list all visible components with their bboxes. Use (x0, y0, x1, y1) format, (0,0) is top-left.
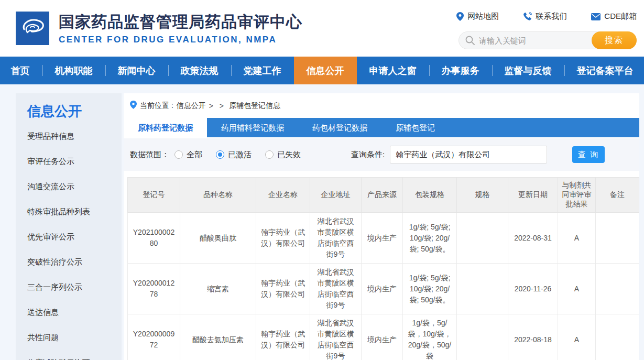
nav-item-applicant[interactable]: 申请人之窗 (357, 57, 429, 84)
cell-variety-name: 醋酸去氨加压素 (180, 314, 256, 360)
col-header-variety-name: 品种名称 (180, 178, 256, 213)
sidebar-item-clinical-trial-license[interactable]: 临床试验默示许可 (16, 350, 122, 360)
breadcrumb-section[interactable]: 信息公开 (177, 101, 206, 111)
brand-text: 国家药品监督管理局药品审评中心 CENTER FOR DRUG EVALUATI… (59, 12, 302, 45)
tab-excipient-registration-data[interactable]: 药用辅料登记数据 (207, 118, 298, 137)
cell-company-address: 湖北省武汉市黄陂区横店街临空西街9号 (310, 213, 362, 264)
radio-circle (174, 150, 183, 159)
sidebar-item-accepted-varieties[interactable]: 受理品种信息 (16, 124, 122, 149)
cell-remarks (596, 264, 639, 314)
search-input[interactable] (475, 36, 592, 45)
cell-spec (457, 264, 508, 314)
cde-logo-emblem-icon (19, 16, 46, 41)
col-header-joint-review-result: 与制剂共同审评审批结果 (558, 178, 596, 213)
quick-link-label: CDE邮箱 (604, 12, 637, 21)
search-icon (465, 36, 475, 45)
sidebar-item-delivery-info[interactable]: 送达信息 (16, 300, 122, 325)
cell-packaging-spec: 1g/袋; 5g/袋; 10g/袋; 20g/袋; 50g/袋。 (403, 264, 457, 314)
col-header-company-address: 企业地址 (310, 178, 362, 213)
cell-update-date: 2020-11-26 (508, 264, 558, 314)
nav-item-functions[interactable]: 机构职能 (42, 57, 105, 84)
table-header-row: 登记号 品种名称 企业名称 企业地址 产品来源 包装规格 规格 更新日期 与制剂… (128, 178, 639, 213)
breadcrumb-separator: > > (209, 102, 226, 110)
sidebar-item-communication[interactable]: 沟通交流公示 (16, 174, 122, 199)
col-header-update-date: 更新日期 (508, 178, 558, 213)
quick-link-sitemap[interactable]: 网站地图 (456, 12, 499, 21)
cell-spec (457, 213, 508, 264)
quick-links: 网站地图 联系我们 CDE邮箱 (456, 12, 637, 21)
sidebar-item-common-issues[interactable]: 共性问题 (16, 325, 122, 350)
col-header-remarks: 备注 (596, 178, 639, 213)
registration-table: 登记号 品种名称 企业名称 企业地址 产品来源 包装规格 规格 更新日期 与制剂… (127, 177, 639, 360)
nav-item-party[interactable]: 党建工作 (231, 57, 294, 84)
sidebar-item-review-tasks[interactable]: 审评任务公示 (16, 149, 122, 174)
radio-label: 已激活 (228, 150, 252, 160)
sidebar-item-three-in-one[interactable]: 三合一序列公示 (16, 275, 122, 300)
table-row: Y20210000280 醋酸奥曲肽 翰宇药业（武汉）有限公司 湖北省武汉市黄陂… (128, 213, 639, 264)
cell-registration-no: Y20210000280 (128, 213, 180, 264)
query-button[interactable]: 查 询 (572, 146, 605, 163)
tabbar: 原料药登记数据 药用辅料登记数据 药包材登记数据 原辅包登记 (124, 118, 639, 137)
cell-product-source: 境内生产 (362, 213, 403, 264)
radio-option-activated[interactable]: 已激活 (216, 150, 252, 160)
col-header-product-source: 产品来源 (362, 178, 403, 213)
cell-joint-review-result: A (558, 213, 596, 264)
data-scope-label: 数据范围： (130, 150, 169, 160)
quick-link-label: 网站地图 (467, 12, 499, 21)
query-condition-label: 查询条件: (351, 150, 385, 160)
radio-label: 已失效 (277, 150, 301, 160)
cell-joint-review-result: A (558, 314, 596, 360)
col-header-packaging-spec: 包装规格 (403, 178, 457, 213)
nav-item-home[interactable]: 首页 (0, 57, 42, 84)
radio-circle (216, 150, 224, 159)
sidebar-item-special-approval[interactable]: 特殊审批品种列表 (16, 199, 122, 224)
cell-packaging-spec: 1g/袋，5g/袋，10g/袋，20g/袋，50g/袋 (403, 314, 457, 360)
nav-item-policy[interactable]: 政策法规 (168, 57, 231, 84)
nav-item-registration-platform[interactable]: 登记备案平台 (564, 57, 644, 84)
cell-company-name: 翰宇药业（武汉）有限公司 (256, 264, 310, 314)
cell-registration-no: Y20200000972 (128, 314, 180, 360)
radio-option-expired[interactable]: 已失效 (265, 150, 301, 160)
site-title: 国家药品监督管理局药品审评中心 (59, 12, 302, 32)
sidebar-item-priority-review[interactable]: 优先审评公示 (16, 224, 122, 249)
cell-remarks (596, 314, 639, 360)
cde-logo (16, 12, 49, 45)
cell-company-name: 翰宇药业（武汉）有限公司 (256, 213, 310, 264)
cell-registration-no: Y20200001278 (128, 264, 180, 314)
nav-item-news[interactable]: 新闻中心 (105, 57, 168, 84)
nav-item-services[interactable]: 办事服务 (429, 57, 492, 84)
cell-update-date: 2022-08-18 (508, 314, 558, 360)
search-button[interactable]: 搜索 (592, 31, 637, 49)
breadcrumb: 当前位置 : 信息公开 > > 原辅包登记信息 (124, 93, 639, 118)
col-header-registration-no: 登记号 (128, 178, 180, 213)
col-header-company-name: 企业名称 (256, 178, 310, 213)
tab-api-registration-data[interactable]: 原料药登记数据 (124, 118, 207, 137)
sidebar-item-breakthrough-therapy[interactable]: 突破性治疗公示 (16, 249, 122, 275)
filter-panel: 数据范围： 全部 已激活 已失效 查询条件: 查 询 (124, 138, 639, 171)
quick-link-contact[interactable]: 联系我们 (523, 12, 567, 21)
breadcrumb-pin-icon (130, 101, 137, 111)
quick-link-mail[interactable]: CDE邮箱 (591, 12, 637, 21)
query-condition-input[interactable] (390, 146, 547, 163)
breadcrumb-label: 当前位置 : (140, 101, 173, 111)
cell-variety-name: 醋酸奥曲肽 (180, 213, 256, 264)
cell-update-date: 2022-08-31 (508, 213, 558, 264)
site-subtitle: CENTER FOR DRUG EVALUATION, NMPA (59, 35, 302, 45)
nav-item-info-disclosure[interactable]: 信息公开 (294, 57, 357, 84)
nav-item-supervision[interactable]: 监督与反馈 (492, 57, 564, 84)
site-header: 国家药品监督管理局药品审评中心 CENTER FOR DRUG EVALUATI… (0, 0, 644, 57)
sidebar-title: 信息公开 (16, 93, 122, 121)
radio-option-all[interactable]: 全部 (174, 150, 202, 160)
main-nav: 首页 机构职能 新闻中心 政策法规 党建工作 信息公开 申请人之窗 办事服务 监… (0, 57, 644, 84)
tab-packaging-registration-data[interactable]: 药包材登记数据 (298, 118, 381, 137)
radio-label: 全部 (187, 150, 202, 160)
cell-spec (457, 314, 508, 360)
phone-icon (523, 12, 532, 21)
content-panel: 当前位置 : 信息公开 > > 原辅包登记信息 原料药登记数据 药用辅料登记数据… (124, 93, 639, 360)
table-row: Y20200000972 醋酸去氨加压素 翰宇药业（武汉）有限公司 湖北省武汉市… (128, 314, 639, 360)
cell-joint-review-result: A (558, 264, 596, 314)
cell-product-source: 境内生产 (362, 264, 403, 314)
cell-variety-name: 缩宫素 (180, 264, 256, 314)
tab-raw-aux-pack-registration[interactable]: 原辅包登记 (381, 118, 449, 137)
cell-product-source: 境内生产 (362, 314, 403, 360)
